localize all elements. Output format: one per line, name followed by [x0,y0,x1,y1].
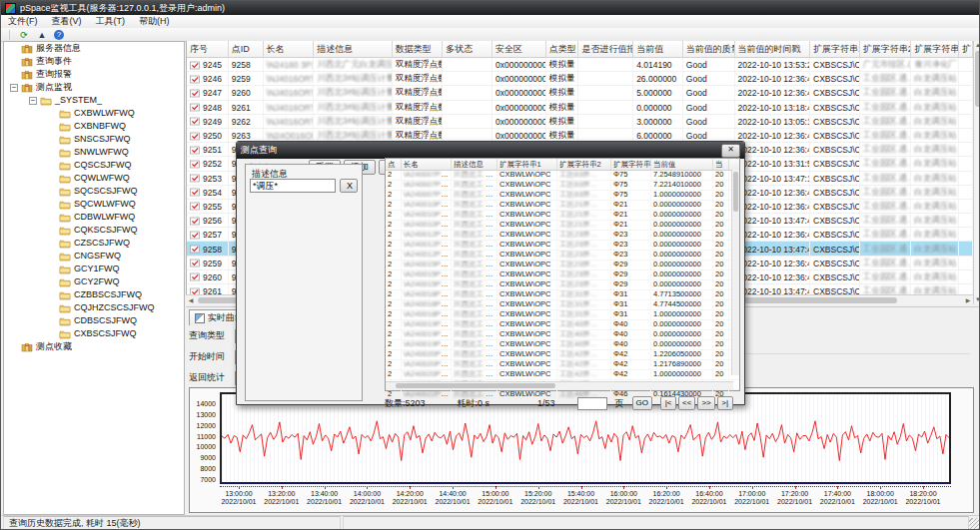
column-header-0[interactable]: 序号 [187,41,229,57]
results-horizontal-scrollbar[interactable] [386,381,733,390]
expander-icon[interactable]: − [10,84,18,92]
tree-item-查询事件[interactable]: 查询事件 [4,55,184,68]
result-row[interactable]: 2\A240019P10…川西北工 操作…CXBWLW\OPC工区40井…Φ40… [386,340,739,350]
column-header-7[interactable]: 当 [713,159,729,170]
table-row[interactable]: 92479260\NJ4016ORTHO…川西北3#站调压计量压…双精度浮点数0… [187,86,973,100]
tree-item-测点监视[interactable]: −测点监视 [4,81,184,94]
column-header-4[interactable]: 数据类型 [393,41,444,57]
pager-button[interactable]: << [678,396,695,410]
result-row[interactable]: 2\A240020P10…川西北工 操作…CXBWLW\OPC工区42井…Φ42… [386,350,739,360]
column-header-7[interactable]: 点类型 [546,41,579,57]
column-header-1[interactable]: 长名 [402,159,452,170]
result-row[interactable]: 2\A240015P10…川西北工 操作…CXBWLW\OPC工区23井…Φ29… [386,261,739,270]
tree-item-cqwlwfwq[interactable]: CQWLWFWQ [4,172,184,185]
tree-item-cqkscsjfwq[interactable]: CQKSCSJFWQ [4,224,184,237]
column-header-6[interactable]: 当前值 [651,159,713,170]
result-row[interactable]: 2\A240012P10…川西北工 操作…CXBWLW\OPC工区23井…Φ23… [386,251,739,261]
column-header-10[interactable]: 当前值的质量戳 [683,41,735,57]
column-header-8[interactable]: 是否进行值报警 [578,41,633,57]
tree-item-查询报警[interactable]: 查询报警 [4,68,184,81]
result-row[interactable]: 2\A240018P10…川西北工 操作…CXBWLW\OPC工区31井…Φ31… [386,300,739,310]
scroll-right-icon[interactable]: ▶ [963,295,973,305]
expander-icon[interactable]: − [29,97,37,105]
page-number-input[interactable] [577,397,607,410]
result-row[interactable]: 2\A240010P10…川西北工 操作…CXBWLW\OPC工区21井…Φ21… [386,201,739,211]
column-header-1[interactable]: 点ID [229,41,264,57]
tree-item-cdbscsjfwq[interactable]: CDBSCSJFWQ [4,314,184,327]
tree-item-cxbscsjfwq[interactable]: CXBSCSJFWQ [4,327,184,340]
result-row[interactable]: 2\A240012P10…川西北工 操作…CXBWLW\OPC工区23井…Φ23… [386,231,739,241]
results-vertical-scrollbar[interactable] [731,170,739,375]
pager-button[interactable]: >| [717,396,733,410]
scroll-up-icon[interactable]: ▲ [974,41,980,50]
column-header-12[interactable]: 扩展字符串1 [810,41,860,57]
tree-item-cqjhzcscsjfwq[interactable]: CQJHZCSCSJFWQ [4,301,184,314]
column-header-14[interactable]: 扩展字符串3 [911,41,959,57]
help-icon[interactable]: ? [54,30,64,40]
tree-item-gcy2fwq[interactable]: GCY2FWQ [4,275,184,288]
tree-item-cqscsjfwq[interactable]: CQSCSJFWQ [4,159,184,172]
column-header-3[interactable]: 描述信息 [314,41,392,57]
column-header-13[interactable]: 扩展字符串2 [860,41,912,57]
dialog-title-bar[interactable]: 测点查询 ✕ [237,142,744,159]
result-row[interactable]: 2\A240012P10…川西北工 操作…CXBWLW\OPC工区23井…Φ23… [386,241,739,251]
result-row[interactable]: 2\A240020P10…川西北工 操作…CXBWLW\OPC工区42井…Φ42… [386,360,739,370]
tree-item-cxbnbfwq[interactable]: CXBNBFWQ [4,120,184,133]
tree-item-服务器信息[interactable]: 服务器信息 [4,42,184,55]
tree-item-sqcscsjfwq[interactable]: SQCSCSJFWQ [4,185,184,198]
scroll-thumb[interactable] [975,51,980,107]
tree-item-snwlwfwq[interactable]: SNWLWFWQ [4,146,184,159]
tree-item-snscsjfwq[interactable]: SNSCSJFWQ [4,133,184,146]
menu-item[interactable]: 文件(F) [1,15,45,28]
tree-item-cngsfwq[interactable]: CNGSFWQ [4,250,184,263]
menu-item[interactable]: 工具(T) [89,15,133,28]
column-header-4[interactable]: 扩展字符串2 [557,159,611,170]
tree-item-sqcwlwfwq[interactable]: SQCWLWFWQ [4,198,184,211]
result-row[interactable]: 2\A240007P10…川西北工 操作…CXBWLW\OPC工区63井…Φ75… [386,171,739,181]
column-header-5[interactable]: 多状态 [443,41,492,57]
monitor-icon[interactable]: ▲ [36,29,48,40]
menu-item[interactable]: 帮助(H) [132,15,177,28]
result-row[interactable]: 2\A240019P10…川西北工 操作…CXBWLW\OPC工区40井…Φ40… [386,330,739,340]
result-row[interactable]: 2\A240010P10…川西北工 操作…CXBWLW\OPC工区21井…Φ21… [386,211,739,221]
table-row[interactable]: 92499262\NJ4016ORTHO…川西北3#站调压计量压…双精度浮点数0… [187,115,973,129]
column-header-9[interactable]: 当前值 [633,41,683,57]
menu-item[interactable]: 查看(V) [45,15,89,28]
result-row[interactable]: 2\A240015P10…川西北工 操作…CXBWLW\OPC工区23井…Φ29… [386,280,739,290]
scroll-thumb[interactable] [733,172,738,212]
tree-item-cdbwlwfwq[interactable]: CDBWLWFWQ [4,211,184,224]
result-row[interactable]: 2\A240010P10…川西北工 操作…CXBWLW\OPC工区21井…Φ21… [386,221,739,231]
scroll-left-icon[interactable]: ◀ [186,295,196,305]
result-row[interactable]: 2\A240019P10…川西北工 操作…CXBWLW\OPC工区40井…Φ40… [386,320,739,330]
pager-button[interactable]: >> [697,396,714,410]
column-header-2[interactable]: 长名 [264,41,315,57]
tree-item-_system_[interactable]: −_SYSTEM_ [4,94,184,107]
tree-item-czscsjfwq[interactable]: CZSCSJFWQ [4,237,184,250]
result-row[interactable]: 2\A240007P10…川西北工 操作…CXBWLW\OPC工区63井…Φ75… [386,191,739,201]
tree-item-cxbwlwfwq[interactable]: CXBWLWFWQ [4,107,184,120]
table-row[interactable]: 92459258\N24160 3P10000…川西北广元白龙调压…双精度浮点数… [187,58,973,72]
scroll-thumb[interactable] [396,383,555,388]
table-row[interactable]: 92469259\NJ4016ORTHO…川西北3#站调压计量压…双精度浮点数0… [187,72,973,86]
column-header-11[interactable]: 当前值的时间戳 [735,41,811,57]
scroll-down-icon[interactable]: ▼ [974,295,980,304]
table-vertical-scrollbar[interactable]: ▲ ▼ [973,41,980,304]
tree-item-gcy1fwq[interactable]: GCY1FWQ [4,263,184,275]
tree-item-czbbscsjfwq[interactable]: CZBBSCSJFWQ [4,288,184,301]
column-header-3[interactable]: 扩展字符串1 [497,159,557,170]
pager-button[interactable]: |< [660,396,676,410]
filter-value-input[interactable] [250,179,336,193]
result-row[interactable]: 2\A240018P10…川西北工 操作…CXBWLW\OPC工区31井…Φ31… [386,310,739,320]
refresh-icon[interactable]: ⟳ [18,29,30,40]
result-row[interactable]: 2\A240007P10…川西北工 操作…CXBWLW\OPC工区63井…Φ75… [386,181,739,191]
result-row[interactable]: 2\A240015P10…川西北工 操作…CXBWLW\OPC工区23井…Φ29… [386,270,739,280]
resize-grip[interactable] [969,518,980,530]
column-header-2[interactable]: 描述信息 [452,159,497,170]
result-row[interactable]: 2\A240020P10…川西北工 操作…CXBWLW\OPC工区42井…Φ42… [386,370,739,380]
column-header-15[interactable]: 扩 [959,41,973,57]
table-row[interactable]: 92489261\NJ4016ORTHO…川西北3#站调压计量压…双精度浮点数0… [187,101,973,115]
go-button[interactable]: GO [632,396,652,410]
column-header-5[interactable]: 扩展字符串3 [611,159,651,170]
column-header-0[interactable]: 点 [386,159,402,170]
close-icon[interactable]: ✕ [721,144,740,158]
